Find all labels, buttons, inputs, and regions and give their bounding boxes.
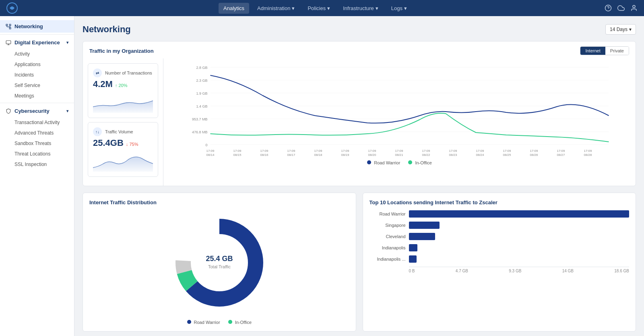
svg-text:2.3 GB: 2.3 GB — [196, 79, 207, 83]
bar-fill — [409, 244, 418, 251]
donut-chart-svg: 25.4 GB Total Traffic — [167, 210, 272, 315]
chevron-down-icon: ▾ — [292, 5, 295, 11]
sidebar-networking-label: Networking — [14, 23, 43, 29]
transactions-label: Number of Transactions — [105, 71, 152, 75]
svg-text:08/21: 08/21 — [395, 153, 403, 156]
svg-text:17:09: 17:09 — [449, 149, 457, 153]
nav-administration[interactable]: Administration ▾ — [252, 3, 299, 14]
sidebar-divider2 — [0, 103, 74, 103]
toggle-private[interactable]: Private — [605, 47, 629, 55]
chevron-down-icon: ▾ — [327, 5, 330, 11]
bar-track — [409, 255, 630, 263]
legend-dot-rw — [187, 320, 191, 324]
sidebar-sub-activity[interactable]: Activity — [0, 49, 74, 59]
bar-track — [409, 244, 630, 251]
sidebar-sub-ssl[interactable]: SSL Inspection — [0, 159, 74, 170]
transactions-icon: ⇄ — [93, 68, 102, 77]
svg-text:17:09: 17:09 — [287, 149, 295, 153]
svg-text:2.8 GB: 2.8 GB — [196, 66, 207, 70]
svg-text:17:09: 17:09 — [233, 149, 242, 153]
sidebar-sub-advanced[interactable]: Advanced Threats — [0, 128, 74, 138]
sidebar-item-networking[interactable]: Networking — [0, 20, 74, 33]
svg-text:25.4 GB: 25.4 GB — [206, 255, 233, 263]
page-title: Networking — [83, 24, 131, 35]
svg-text:08/22: 08/22 — [422, 153, 430, 156]
legend-dot-in-office — [408, 160, 412, 164]
sidebar-sub-selfservice[interactable]: Self Service — [0, 80, 74, 91]
bar-chart: Road Warrior Singapore Cleveland — [369, 210, 630, 263]
nav-infrastructure[interactable]: Infrastructure ▾ — [338, 3, 383, 14]
svg-text:17:09: 17:09 — [530, 149, 538, 153]
svg-text:17:09: 17:09 — [503, 149, 511, 153]
volume-label: Traffic Volume — [105, 129, 133, 134]
svg-text:17:09: 17:09 — [422, 149, 430, 153]
sidebar-sub-threat-locations[interactable]: Threat Locations — [0, 149, 74, 159]
line-chart-legend: Road Warrior In-Office — [170, 160, 629, 165]
svg-text:17:09: 17:09 — [584, 149, 592, 153]
monitor-icon — [6, 40, 11, 46]
svg-text:17:09: 17:09 — [341, 149, 349, 153]
axis-label: 9.3 GB — [509, 269, 521, 273]
axis-label: 14 GB — [562, 269, 574, 273]
chevron-down-icon2: ▾ — [66, 109, 68, 113]
logo[interactable] — [6, 2, 18, 14]
bar-row-indianapolis: Indianapolis — [369, 244, 630, 251]
svg-point-59 — [191, 234, 248, 291]
bar-row-road-warrior: Road Warrior — [369, 210, 630, 218]
sidebar-sub-transactional[interactable]: Transactional Activity — [0, 117, 74, 128]
axis-label: 4.7 GB — [456, 269, 468, 273]
sidebar-sub-incidents[interactable]: Incidents — [0, 70, 74, 80]
bar-fill — [409, 255, 417, 263]
svg-text:17:09: 17:09 — [368, 149, 376, 153]
in-office-line — [211, 113, 609, 142]
road-warrior-line — [211, 75, 609, 123]
bar-row-indianapolis2: Indianapolis ... — [369, 255, 630, 263]
cloud-icon[interactable] — [617, 4, 625, 12]
bar-label: Road Warrior — [369, 212, 406, 216]
svg-text:1.9 GB: 1.9 GB — [196, 91, 207, 95]
sidebar-sub-applications[interactable]: Applications — [0, 59, 74, 70]
sidebar-sub-sandbox[interactable]: Sandbox Threats — [0, 138, 74, 149]
bar-row-cleveland: Cleveland — [369, 233, 630, 240]
bar-track — [409, 233, 630, 240]
svg-text:17:09: 17:09 — [206, 149, 215, 153]
date-filter-button[interactable]: 14 Days ▾ — [605, 24, 636, 35]
svg-rect-4 — [6, 24, 7, 26]
bottom-row: Internet Traffic Distribution 25.4 GB To… — [83, 193, 636, 332]
svg-text:08/23: 08/23 — [449, 153, 457, 156]
traffic-content: ⇄ Number of Transactions 4.2M ↑ 20% — [83, 58, 636, 186]
transactions-change: ↑ 20% — [115, 83, 128, 88]
sidebar-item-cybersecurity[interactable]: Cybersecurity ▾ — [0, 105, 74, 117]
page-header: Networking 14 Days ▾ — [83, 24, 636, 35]
transactions-mini-chart — [93, 93, 153, 113]
svg-text:17:09: 17:09 — [395, 149, 403, 153]
volume-mini-chart — [93, 151, 153, 172]
svg-text:953.7 MB: 953.7 MB — [192, 117, 208, 121]
svg-text:17:09: 17:09 — [476, 149, 484, 153]
svg-rect-8 — [6, 40, 11, 44]
sidebar-item-digital-experience[interactable]: Digital Experience ▾ — [0, 36, 74, 49]
user-icon[interactable] — [630, 4, 638, 12]
top-nav: Analytics Administration ▾ Policies ▾ In… — [0, 0, 644, 16]
traffic-section-title: Traffic in my Organization — [89, 48, 154, 54]
nav-policies[interactable]: Policies ▾ — [303, 3, 335, 14]
svg-text:08/20: 08/20 — [368, 153, 376, 156]
transactions-metric: ⇄ Number of Transactions 4.2M ↑ 20% — [88, 63, 158, 118]
bar-label: Cleveland — [369, 234, 406, 239]
toggle-internet[interactable]: Internet — [580, 47, 605, 55]
help-icon[interactable] — [605, 4, 612, 12]
bar-chart-card: Top 10 Locations sending Internet Traffi… — [363, 193, 636, 332]
sidebar-sub-meetings[interactable]: Meetings — [0, 91, 74, 101]
donut-card-title: Internet Traffic Distribution — [89, 199, 349, 205]
nav-logs[interactable]: Logs ▾ — [386, 3, 412, 14]
chevron-down-icon3: ▾ — [629, 27, 632, 32]
svg-text:17:09: 17:09 — [314, 149, 322, 153]
bar-fill — [409, 210, 630, 218]
nav-right-icons — [605, 4, 638, 12]
nav-analytics[interactable]: Analytics — [219, 3, 249, 14]
bar-axis: 0 B 4.7 GB 9.3 GB 14 GB 18.6 GB — [409, 267, 630, 273]
svg-text:0: 0 — [205, 143, 207, 147]
svg-text:08/19: 08/19 — [341, 153, 349, 156]
svg-text:1.4 GB: 1.4 GB — [196, 104, 207, 108]
bar-label: Indianapolis — [369, 245, 406, 250]
